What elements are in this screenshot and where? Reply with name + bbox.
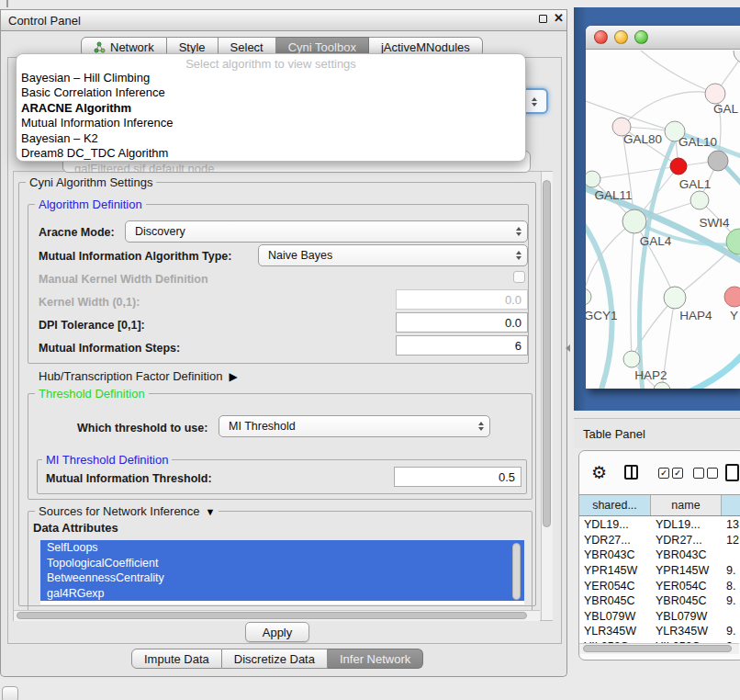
tab-infer-network[interactable]: Infer Network <box>328 649 423 669</box>
network-node[interactable] <box>654 382 670 389</box>
dropdown-item-aracne-algorithm[interactable]: ARACNE Algorithm <box>17 101 525 116</box>
network-node-hap2[interactable] <box>623 351 640 367</box>
table-cell[interactable]: YBR045C <box>651 594 722 607</box>
column-header-name[interactable]: name <box>651 495 722 515</box>
table-cell[interactable]: YDL19... <box>651 518 722 531</box>
network-canvas[interactable]: GALGAL80GAL10GAL1GAL11GAL4SWI4GCY1HAP4YH… <box>586 51 740 389</box>
network-window-titlebar[interactable] <box>586 26 740 50</box>
table-row[interactable]: YLR345WYLR345W9. <box>579 624 740 639</box>
attributes-list-scrollbar-thumb[interactable] <box>512 543 521 600</box>
minimize-traffic-light-icon[interactable] <box>614 30 628 44</box>
table-cell[interactable]: 8. <box>722 580 740 593</box>
network-edge[interactable] <box>631 221 634 359</box>
table-cell[interactable]: YDR27... <box>579 534 651 547</box>
table-row[interactable]: YBR045CYBR045C9. <box>579 593 740 609</box>
network-edge[interactable] <box>586 218 611 389</box>
dpi-tolerance-field[interactable]: 0.0 <box>396 312 528 333</box>
table-cell[interactable]: 9. <box>722 564 740 577</box>
table-cell[interactable]: YLR345W <box>651 625 722 638</box>
table-cell[interactable]: YBR043C <box>579 548 651 561</box>
network-edge[interactable] <box>641 51 715 94</box>
aracne-mode-combo[interactable]: Discovery <box>125 220 528 243</box>
sources-group-header[interactable]: Sources for Network Inference ▼ <box>35 504 219 518</box>
table-cell[interactable]: 12 <box>722 534 740 547</box>
network-edge[interactable] <box>622 92 715 127</box>
select-all-columns-icon[interactable]: ✓ ✓ <box>658 468 683 479</box>
table-cell[interactable]: YBL079W <box>651 610 722 623</box>
close-traffic-light-icon[interactable] <box>594 30 608 44</box>
vertical-scrollbar-thumb[interactable] <box>543 180 551 527</box>
mi-threshold-field[interactable]: 0.5 <box>394 467 521 487</box>
tab-label: Select <box>230 40 263 54</box>
bottom-left-button[interactable] <box>2 686 18 700</box>
network-node-gal11[interactable] <box>586 171 600 187</box>
table-cell[interactable]: YPR145W <box>579 564 651 577</box>
table-cell[interactable]: 13 <box>722 518 740 531</box>
tab-label: Impute Data <box>144 652 209 666</box>
gear-icon[interactable]: ⚙ <box>591 464 607 481</box>
network-edge[interactable] <box>689 354 740 389</box>
table-row[interactable]: YBR043CYBR043C <box>579 548 740 563</box>
unchecked-box-icon <box>707 468 718 479</box>
column-header-a[interactable]: A <box>722 495 740 515</box>
network-node[interactable] <box>690 191 709 209</box>
table-cell[interactable]: YDR27... <box>651 534 722 547</box>
table-cell[interactable]: YBR045C <box>579 594 651 607</box>
stepper-icon <box>478 422 484 431</box>
table-row[interactable]: YBL079WYBL079W <box>579 609 740 625</box>
attribute-item-betweennesscentrality[interactable]: BetweennessCentrality <box>40 570 524 586</box>
data-attributes-list[interactable]: SelfLoopsTopologicalCoefficientBetweenne… <box>40 540 524 604</box>
mi-steps-field[interactable]: 6 <box>396 335 528 356</box>
table-row[interactable]: YDL19...YDL19...13 <box>579 517 740 533</box>
table-cell[interactable]: YER054C <box>579 580 651 593</box>
table-cell[interactable]: YDL19... <box>579 518 651 531</box>
apply-button[interactable]: Apply <box>245 622 309 642</box>
table-cell[interactable]: 9. <box>722 625 740 638</box>
deselect-all-columns-icon[interactable] <box>693 468 718 479</box>
dropdown-item-mutual-information-inference[interactable]: Mutual Information Inference <box>17 116 525 130</box>
attribute-item-topologicalcoefficient[interactable]: TopologicalCoefficient <box>40 556 524 571</box>
dropdown-item-basic-correlation-inference[interactable]: Basic Correlation Inference <box>17 85 525 100</box>
table-cell[interactable]: YBL079W <box>579 610 651 623</box>
dropdown-item-bayesian-k2[interactable]: Bayesian – K2 <box>17 131 525 146</box>
mi-type-combo[interactable]: Naive Bayes <box>258 244 528 266</box>
network-node-y[interactable] <box>724 287 740 307</box>
network-node-hap4[interactable] <box>664 287 686 309</box>
horizontal-scrollbar-thumb[interactable] <box>17 612 527 619</box>
table-cell[interactable]: 9. <box>722 594 740 607</box>
dropdown-item-dream8-dc-tdc-algorithm[interactable]: Dream8 DC_TDC Algorithm <box>17 146 525 161</box>
table-cell[interactable]: YPR145W <box>651 564 722 577</box>
tab-impute-data[interactable]: Impute Data <box>131 649 222 669</box>
network-node-gal4[interactable] <box>622 209 646 233</box>
table-row[interactable]: YER054CYER054C8. <box>579 578 740 593</box>
network-node-gal1[interactable] <box>670 158 687 175</box>
table-row[interactable]: YDR27...YDR27...12 <box>579 533 740 548</box>
columns-icon[interactable] <box>624 465 638 480</box>
float-window-icon[interactable] <box>539 15 547 23</box>
attribute-item-selfloops[interactable]: SelfLoops <box>40 540 524 556</box>
network-node-gal[interactable] <box>705 84 725 104</box>
network-node[interactable] <box>734 51 740 63</box>
close-icon[interactable]: ✕ <box>554 12 564 24</box>
table-cell[interactable]: YER054C <box>651 580 722 593</box>
network-icon <box>94 41 106 53</box>
table-cell[interactable]: YLR345W <box>579 625 651 638</box>
panel-splitter-grip[interactable] <box>566 344 570 352</box>
table-cell[interactable]: YBR043C <box>651 548 722 561</box>
network-edge[interactable] <box>592 166 678 179</box>
aracne-mode-value: Discovery <box>135 225 185 238</box>
hub-definition-expander[interactable]: Hub/Transcription Factor Definition ▶ <box>39 369 238 383</box>
export-table-icon[interactable] <box>725 464 739 481</box>
table-horizontal-scrollbar-thumb[interactable] <box>583 645 732 652</box>
kernel-width-field[interactable]: 0.0 <box>396 289 528 310</box>
network-node[interactable] <box>708 151 728 171</box>
manual-kernel-checkbox[interactable] <box>513 271 525 283</box>
zoom-traffic-light-icon[interactable] <box>634 30 648 44</box>
column-header-shared[interactable]: shared... <box>579 495 651 515</box>
which-threshold-combo[interactable]: MI Threshold <box>219 415 490 437</box>
tab-discretize-data[interactable]: Discretize Data <box>222 649 328 669</box>
attribute-item-gal4rgexp[interactable]: gal4RGexp <box>40 586 524 602</box>
dropdown-item-bayesian-hill-climbing[interactable]: Bayesian – Hill Climbing <box>17 71 525 85</box>
table-row[interactable]: YPR145WYPR145W9. <box>579 563 740 579</box>
network-node-gcy1[interactable] <box>586 288 591 305</box>
